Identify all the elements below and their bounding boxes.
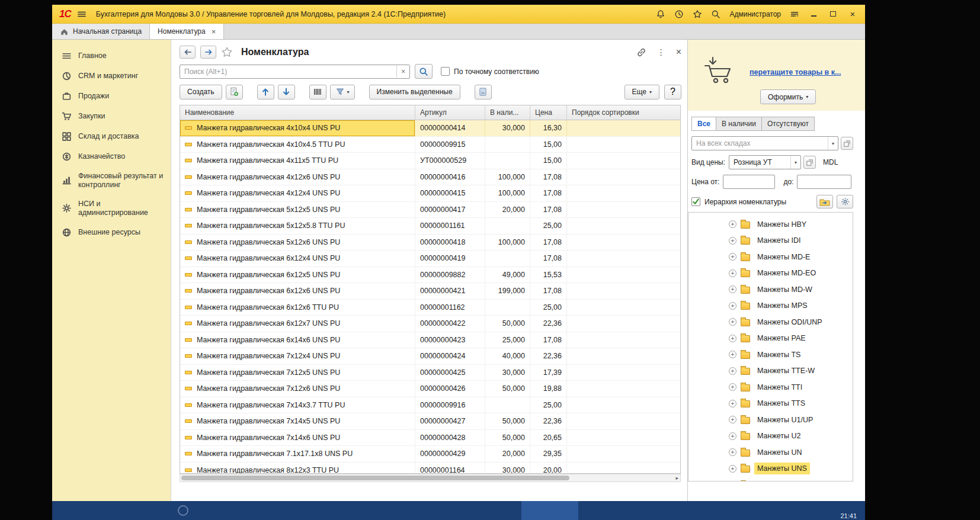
checkout-button[interactable]: Оформить▾ — [760, 89, 816, 104]
expand-icon[interactable]: + — [729, 351, 736, 358]
column-header[interactable]: Порядок сортировки — [567, 105, 680, 120]
column-header[interactable]: В нали... — [485, 105, 530, 120]
table-row[interactable]: Манжета гидравлическая 5x12x5.8 TTU PU00… — [180, 218, 680, 235]
table-row[interactable]: Манжета гидравлическая 6x14x6 UNS PU0000… — [180, 332, 680, 349]
expand-icon[interactable]: + — [729, 220, 736, 228]
tab-close-icon[interactable]: × — [212, 27, 216, 36]
table-row[interactable]: Манжета гидравлическая 6x12x5 UNS PU0000… — [180, 267, 680, 284]
main-menu-icon[interactable] — [77, 9, 87, 19]
taskbar-active-app-button[interactable] — [521, 501, 578, 520]
expand-icon[interactable]: + — [729, 285, 736, 293]
sidebar-item-main[interactable]: Главное — [52, 46, 171, 66]
exact-match-checkbox[interactable] — [441, 67, 450, 76]
tree-item[interactable]: +Манжеты MD-W — [688, 281, 853, 298]
sidebar-item-treasury[interactable]: Казначейство — [52, 146, 171, 166]
search-button[interactable] — [415, 64, 433, 79]
table-row[interactable]: Манжета гидравлическая 7.1x17.1x8 UNS PU… — [180, 446, 680, 463]
tree-item[interactable]: +Манжеты TTS — [688, 396, 853, 412]
filter-tab-out-of-stock[interactable]: Отсутствуют — [761, 117, 815, 131]
table-row[interactable]: Манжета гидравлическая 7x12x4 UNS PU0000… — [180, 348, 680, 365]
table-row[interactable]: Манжета гидравлическая 6x12x6 TTU PU0000… — [180, 300, 680, 316]
tree-item[interactable]: +Манжеты U1/UP — [688, 412, 853, 428]
table-row[interactable]: Манжета гидравлическая 7x12x6 UNS PU0000… — [180, 381, 680, 397]
tree-item[interactable]: +Манжеты TTI — [688, 379, 853, 396]
barcode-button[interactable] — [309, 85, 326, 99]
tree-item[interactable]: +Манжеты HBY — [688, 216, 853, 233]
table-row[interactable]: Манжета гидравлическая 4x11x5 TTU PUУТ00… — [180, 153, 680, 169]
table-row[interactable]: Манжета гидравлическая 6x12x7 UNS PU0000… — [180, 316, 680, 332]
expand-icon[interactable]: + — [729, 400, 736, 407]
table-row[interactable]: Манжета гидравлическая 4x12x4 UNS PU0000… — [180, 185, 680, 202]
sidebar-item-finance[interactable]: Финансовый результат и контроллинг — [52, 166, 171, 194]
copy-item-button[interactable] — [226, 85, 243, 99]
table-row[interactable]: Манжета гидравлическая 8x12x3 TTU PU0000… — [180, 463, 680, 474]
table-row[interactable]: Манжета гидравлическая 7x14x3.7 TTU PU00… — [180, 397, 680, 414]
history-icon[interactable] — [674, 9, 684, 19]
price-type-select[interactable]: Розница УТ ▾ — [729, 155, 801, 169]
expand-icon[interactable]: + — [729, 318, 736, 326]
taskbar-search-circle-icon[interactable] — [178, 505, 188, 516]
maximize-button[interactable] — [828, 9, 838, 20]
search-input[interactable] — [180, 65, 410, 79]
expand-icon[interactable]: + — [729, 237, 736, 245]
calculator-button[interactable] — [475, 85, 492, 99]
sidebar-item-external[interactable]: Внешние ресурсы — [52, 222, 171, 242]
hierarchy-checkbox[interactable] — [691, 197, 700, 206]
tree-item[interactable]: +Манжеты MD-EO — [688, 265, 853, 282]
tab-home[interactable]: Начальная страница — [52, 24, 150, 39]
table-row[interactable]: Манжета гидравлическая 7x14x6 UNS PU0000… — [180, 430, 680, 447]
filter-tab-all[interactable]: Все — [691, 117, 716, 131]
tree-item[interactable]: +Манжеты TTE-W — [688, 363, 853, 380]
price-from-input[interactable] — [723, 175, 775, 189]
table-row[interactable]: Манжета гидравлическая 5x12x6 UNS PU0000… — [180, 235, 680, 251]
search-clear-icon[interactable]: × — [396, 65, 409, 78]
expand-icon[interactable]: + — [729, 367, 736, 375]
get-link-icon[interactable] — [636, 47, 646, 57]
price-to-input[interactable] — [797, 175, 851, 189]
filter-tab-in-stock[interactable]: В наличии — [716, 117, 762, 131]
filter-button[interactable]: ▾ — [330, 85, 355, 99]
user-name[interactable]: Администратор — [729, 10, 781, 18]
chevron-down-icon[interactable]: ▾ — [828, 137, 838, 150]
chevron-down-icon[interactable]: ▾ — [790, 156, 800, 169]
expand-icon[interactable]: + — [729, 448, 736, 456]
table-row[interactable]: Манжета гидравлическая 6x12x6 UNS PU0000… — [180, 283, 680, 300]
form-close-icon[interactable]: × — [676, 47, 681, 57]
close-button[interactable]: × — [847, 9, 858, 20]
tab-nomenclature[interactable]: Номенклатура× — [150, 24, 224, 39]
forward-button[interactable] — [200, 46, 216, 59]
sidebar-item-warehouse[interactable]: Склад и доставка — [52, 126, 171, 146]
tree-item[interactable]: +Манжеты U2 — [688, 428, 853, 445]
back-button[interactable] — [180, 46, 196, 59]
more-button[interactable]: Еще▾ — [624, 85, 659, 99]
global-search-icon[interactable] — [711, 9, 720, 19]
sidebar-item-sales[interactable]: Продажи — [52, 86, 171, 106]
expand-icon[interactable]: + — [729, 383, 736, 391]
expand-icon[interactable]: + — [729, 416, 736, 423]
service-menu-icon[interactable] — [790, 9, 799, 19]
move-up-button[interactable] — [257, 85, 274, 99]
column-header[interactable]: Артикул — [415, 105, 485, 120]
tree-item[interactable]: +Манжеты UP — [688, 477, 853, 482]
notifications-bell-icon[interactable] — [656, 9, 665, 19]
table-row[interactable]: Манжета гидравлическая 6x12x4 UNS PU0000… — [180, 251, 680, 267]
table-row[interactable]: Манжета гидравлическая 7x14x5 UNS PU0000… — [180, 413, 680, 430]
favorite-star-icon[interactable] — [221, 46, 233, 58]
scroll-right-icon[interactable]: ▸ — [675, 475, 678, 482]
create-button[interactable]: Создать — [180, 85, 222, 99]
table-row[interactable]: Манжета гидравлическая 7x12x5 UNS PU0000… — [180, 365, 680, 381]
expand-icon[interactable]: + — [729, 481, 736, 482]
tree-item[interactable]: +Манжеты IDI — [688, 233, 853, 249]
move-down-button[interactable] — [278, 85, 295, 99]
expand-icon[interactable]: + — [729, 302, 736, 310]
expand-icon[interactable]: + — [729, 253, 736, 261]
edit-selected-button[interactable]: Изменить выделенные — [369, 85, 460, 99]
tree-item[interactable]: +Манжеты TS — [688, 346, 853, 363]
tree-item[interactable]: +Манжеты ODI/UNP — [688, 314, 853, 330]
expand-icon[interactable]: + — [729, 335, 736, 342]
tree-item[interactable]: +Манжеты UNS — [688, 461, 853, 477]
sidebar-item-crm[interactable]: CRM и маркетинг — [52, 66, 171, 86]
horizontal-scrollbar[interactable]: ▸ — [180, 474, 681, 482]
expand-icon[interactable]: + — [729, 465, 736, 473]
settings-gear-icon[interactable] — [837, 195, 853, 208]
